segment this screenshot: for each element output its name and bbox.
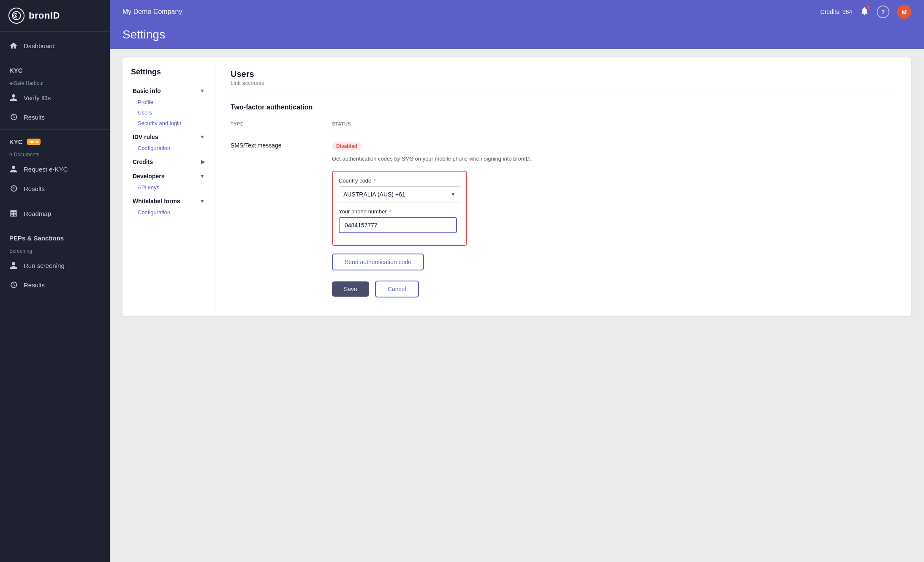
settings-right-content: Users Link accounts Two-factor authentic… — [215, 57, 911, 316]
settings-left-nav: Settings Basic info ▼ Profile Users Secu… — [122, 57, 215, 316]
country-code-value: AUSTRALIA (AUS) +61 — [343, 191, 405, 198]
person-icon-2 — [9, 165, 18, 173]
country-code-select[interactable]: AUSTRALIA (AUS) +61 ▼ — [339, 186, 460, 202]
sidebar-label-dashboard: Dashboard — [24, 42, 54, 49]
settings-section-header-credits[interactable]: Credits ▶ — [131, 156, 207, 168]
nav-divider-3 — [0, 201, 110, 201]
sidebar-item-results-3[interactable]: Results — [0, 275, 110, 295]
clock-icon-3 — [9, 281, 18, 289]
sidebar-label-kyc-beta: KYC — [9, 138, 23, 145]
settings-sub-whitelabel-config[interactable]: Configuration — [131, 207, 207, 218]
home-icon — [9, 41, 18, 50]
logo[interactable]: bronID — [0, 0, 110, 32]
status-badge: Disabled — [332, 142, 361, 150]
settings-section-header-developers[interactable]: Developers ▼ — [131, 170, 207, 182]
settings-sub-users[interactable]: Users — [131, 107, 207, 118]
tfa-col-type: TYPE — [231, 121, 323, 126]
developers-label: Developers — [133, 173, 164, 180]
sidebar-item-roadmap[interactable]: Roadmap — [0, 204, 110, 223]
tfa-col-status: STATUS — [332, 121, 896, 126]
settings-section-developers: Developers ▼ API keys — [131, 170, 207, 193]
bell-button[interactable] — [860, 6, 869, 17]
clock-icon-1 — [9, 113, 18, 121]
tfa-description: Get authentication codes by SMS on your … — [332, 155, 896, 163]
sidebar-item-dashboard[interactable]: Dashboard — [0, 36, 110, 55]
clock-icon-2 — [9, 184, 18, 193]
settings-sub-api-keys[interactable]: API keys — [131, 182, 207, 193]
top-header: My Demo Company Credits: 984 ? M — [110, 0, 924, 24]
avatar-button[interactable]: M — [897, 5, 911, 19]
phone-number-label: Your phone number * — [339, 208, 460, 215]
settings-section-header-whitelabel[interactable]: Whitelabel forms ▼ — [131, 195, 207, 207]
sidebar-item-kyc[interactable]: KYC e-Safe Harbour — [0, 61, 110, 88]
whitelabel-arrow: ▼ — [200, 198, 205, 204]
settings-section-idv-rules: IDV rules ▼ Configuration — [131, 131, 207, 153]
nav-divider-1 — [0, 58, 110, 58]
settings-sub-profile[interactable]: Profile — [131, 97, 207, 107]
person-icon-3 — [9, 261, 18, 270]
settings-card: Settings Basic info ▼ Profile Users Secu… — [122, 57, 911, 316]
sidebar-label-verify-ids: Verify IDs — [24, 94, 51, 101]
users-section-title: Users — [231, 69, 896, 79]
sidebar-item-results-2[interactable]: Results — [0, 179, 110, 198]
sidebar-label-results-1: Results — [24, 114, 45, 121]
developers-arrow: ▼ — [200, 173, 205, 179]
settings-section-whitelabel: Whitelabel forms ▼ Configuration — [131, 195, 207, 218]
tfa-type-label: SMS/Text message — [231, 142, 323, 297]
idv-rules-arrow: ▼ — [200, 134, 205, 140]
content-area: Settings Basic info ▼ Profile Users Secu… — [110, 49, 924, 562]
page-header: Settings — [110, 24, 924, 49]
header-right: Credits: 984 ? M — [821, 5, 911, 19]
chevron-down-icon: ▼ — [451, 191, 456, 197]
phone-required: * — [389, 208, 391, 215]
users-section-sub: Link accounts — [231, 80, 896, 86]
phone-number-group: Your phone number * — [339, 208, 460, 233]
svg-point-0 — [9, 8, 24, 23]
settings-section-header-idv-rules[interactable]: IDV rules ▼ — [131, 131, 207, 143]
country-code-required: * — [374, 177, 376, 184]
settings-section-basic-info: Basic info ▼ Profile Users Security and … — [131, 85, 207, 128]
tfa-table-header: TYPE STATUS — [231, 118, 896, 130]
settings-nav-title: Settings — [131, 68, 207, 76]
sidebar-label-run-screening: Run screening — [24, 262, 65, 269]
save-button[interactable]: Save — [332, 281, 369, 297]
sidebar-label-peps: PEPs & Sanctions — [9, 235, 64, 242]
sidebar-sub-peps: Screening — [9, 248, 32, 254]
settings-section-header-basic-info[interactable]: Basic info ▼ — [131, 85, 207, 97]
sidebar-label-results-2: Results — [24, 185, 45, 192]
page-title: Settings — [122, 28, 911, 41]
beta-badge: beta — [27, 139, 41, 145]
sidebar: bronID Dashboard KYC e-Safe Harbour Veri… — [0, 0, 110, 562]
sidebar-label-request-ekyc: Request e-KYC — [24, 166, 68, 173]
phone-number-input[interactable] — [339, 217, 457, 233]
send-auth-code-button[interactable]: Send authentication code — [332, 254, 424, 270]
sidebar-item-results-1[interactable]: Results — [0, 107, 110, 127]
sidebar-item-run-screening[interactable]: Run screening — [0, 256, 110, 275]
whitelabel-label: Whitelabel forms — [133, 198, 180, 205]
idv-rules-label: IDV rules — [133, 134, 158, 140]
company-name: My Demo Company — [122, 8, 182, 16]
phone-form-box: Country code * AUSTRALIA (AUS) +61 ▼ — [332, 171, 467, 246]
basic-info-arrow: ▼ — [200, 88, 205, 94]
person-icon-1 — [9, 93, 18, 102]
sidebar-nav: Dashboard KYC e-Safe Harbour Verify IDs … — [0, 32, 110, 299]
roadmap-icon — [9, 209, 18, 218]
settings-sub-security[interactable]: Security and login — [131, 118, 207, 128]
help-button[interactable]: ? — [877, 5, 889, 18]
credits-label: Credits: 984 — [821, 8, 852, 15]
basic-info-label: Basic info — [133, 87, 161, 94]
cancel-button[interactable]: Cancel — [375, 281, 419, 297]
tfa-row: SMS/Text message Disabled Get authentica… — [231, 135, 896, 304]
sidebar-label-results-3: Results — [24, 281, 45, 289]
section-divider — [231, 93, 896, 93]
settings-section-credits: Credits ▶ — [131, 156, 207, 168]
sidebar-label-kyc: KYC — [9, 67, 23, 74]
nav-divider-4 — [0, 226, 110, 226]
sidebar-item-request-ekyc[interactable]: Request e-KYC — [0, 159, 110, 179]
sidebar-item-verify-ids[interactable]: Verify IDs — [0, 88, 110, 107]
sidebar-item-kyc-beta[interactable]: KYC beta e-Documents — [0, 132, 110, 159]
main: My Demo Company Credits: 984 ? M Setting… — [110, 0, 924, 562]
settings-sub-idv-config[interactable]: Configuration — [131, 143, 207, 153]
sidebar-label-roadmap: Roadmap — [24, 210, 51, 217]
sidebar-item-peps[interactable]: PEPs & Sanctions Screening — [0, 229, 110, 256]
